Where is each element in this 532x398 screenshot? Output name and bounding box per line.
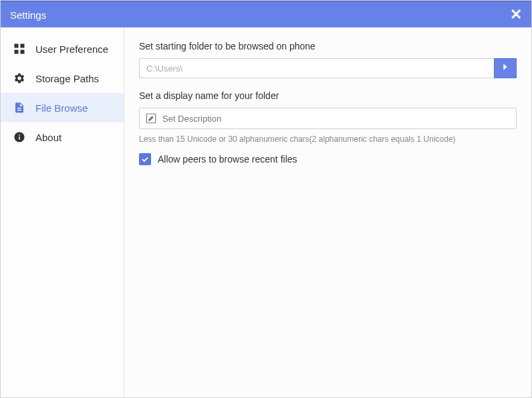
sidebar-item-label: Storage Paths — [35, 73, 99, 84]
starting-folder-label: Set starting folder to be browsed on pho… — [139, 41, 517, 52]
allow-peers-checkbox[interactable] — [139, 153, 151, 165]
settings-window: Settings ✕ User Preference — [0, 0, 532, 398]
allow-peers-label: Allow peers to browse recent files — [158, 154, 297, 165]
sidebar-item-about[interactable]: About — [1, 122, 124, 152]
edit-icon — [145, 112, 157, 124]
sidebar-item-storage-paths[interactable]: Storage Paths — [1, 64, 124, 93]
svg-rect-3 — [21, 50, 25, 54]
sidebar-item-label: User Preference — [35, 43, 108, 55]
starting-folder-input[interactable] — [139, 58, 494, 78]
info-icon — [13, 130, 26, 144]
display-name-hint: Less than 15 Unicode or 30 alphanumeric … — [139, 134, 517, 144]
sidebar-item-label: File Browse — [35, 102, 88, 114]
window-body: User Preference Storage Paths File Brows… — [1, 27, 531, 397]
svg-rect-2 — [15, 50, 19, 54]
allow-peers-row: Allow peers to browse recent files — [139, 153, 517, 165]
svg-rect-1 — [21, 44, 25, 48]
titlebar: Settings ✕ — [1, 1, 531, 27]
close-icon[interactable]: ✕ — [510, 7, 522, 22]
starting-folder-row — [139, 58, 517, 78]
chevron-right-icon — [500, 62, 511, 75]
browse-button[interactable] — [494, 58, 517, 78]
svg-rect-0 — [15, 44, 19, 48]
display-name-label: Set a display name for your folder — [139, 90, 517, 101]
display-name-placeholder: Set Description — [162, 114, 221, 124]
sidebar-item-label: About — [35, 132, 61, 143]
sidebar-item-file-browse[interactable]: File Browse — [1, 93, 124, 122]
content-area: Set starting folder to be browsed on pho… — [124, 27, 531, 397]
file-icon — [13, 101, 26, 114]
window-title: Settings — [10, 9, 46, 21]
display-name-input[interactable]: Set Description — [139, 108, 517, 129]
sidebar: User Preference Storage Paths File Brows… — [1, 27, 124, 397]
gear-icon — [13, 72, 26, 85]
sidebar-item-user-preference[interactable]: User Preference — [1, 34, 124, 64]
grid-icon — [13, 42, 26, 56]
